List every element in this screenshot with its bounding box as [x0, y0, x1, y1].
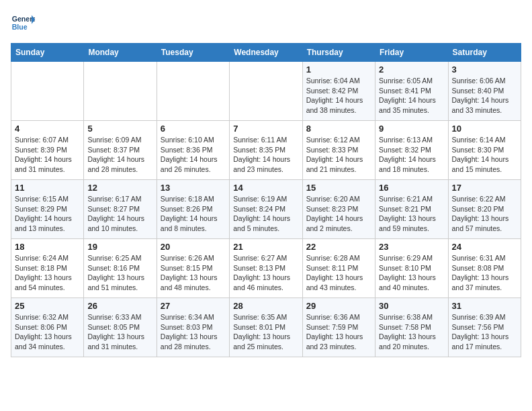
day-number: 11	[15, 183, 80, 193]
calendar-cell: 9Sunrise: 6:13 AM Sunset: 8:32 PM Daylig…	[375, 121, 448, 180]
day-info: Sunrise: 6:38 AM Sunset: 7:58 PM Dayligh…	[379, 312, 444, 352]
calendar-cell: 14Sunrise: 6:19 AM Sunset: 8:24 PM Dayli…	[230, 180, 302, 239]
day-number: 26	[87, 301, 152, 311]
day-number: 3	[452, 64, 517, 75]
calendar-cell: 10Sunrise: 6:14 AM Sunset: 8:30 PM Dayli…	[448, 121, 521, 180]
day-number: 22	[306, 242, 371, 252]
col-header-saturday: Saturday	[448, 44, 521, 62]
day-number: 5	[87, 124, 152, 134]
day-number: 31	[452, 301, 517, 311]
day-info: Sunrise: 6:19 AM Sunset: 8:24 PM Dayligh…	[233, 194, 298, 234]
calendar-week-row: 11Sunrise: 6:15 AM Sunset: 8:29 PM Dayli…	[11, 180, 521, 239]
calendar-cell: 18Sunrise: 6:24 AM Sunset: 8:18 PM Dayli…	[11, 239, 84, 298]
day-number: 17	[452, 183, 517, 193]
day-number: 21	[233, 242, 298, 252]
day-info: Sunrise: 6:27 AM Sunset: 8:13 PM Dayligh…	[233, 253, 298, 293]
col-header-friday: Friday	[375, 44, 448, 62]
day-number: 7	[233, 124, 298, 134]
calendar-cell: 23Sunrise: 6:29 AM Sunset: 8:10 PM Dayli…	[375, 239, 448, 298]
calendar-cell: 17Sunrise: 6:22 AM Sunset: 8:20 PM Dayli…	[448, 180, 521, 239]
day-number: 27	[161, 301, 226, 311]
day-number: 25	[15, 301, 80, 311]
day-number: 6	[161, 124, 226, 134]
day-number: 13	[161, 183, 226, 193]
calendar-cell: 30Sunrise: 6:38 AM Sunset: 7:58 PM Dayli…	[375, 298, 448, 357]
calendar-week-row: 25Sunrise: 6:32 AM Sunset: 8:06 PM Dayli…	[11, 298, 521, 357]
day-number: 4	[15, 124, 80, 134]
day-info: Sunrise: 6:36 AM Sunset: 7:59 PM Dayligh…	[306, 312, 371, 352]
calendar-header-row: SundayMondayTuesdayWednesdayThursdayFrid…	[11, 44, 521, 62]
day-number: 15	[306, 183, 371, 193]
calendar-week-row: 4Sunrise: 6:07 AM Sunset: 8:39 PM Daylig…	[11, 121, 521, 180]
calendar-cell: 25Sunrise: 6:32 AM Sunset: 8:06 PM Dayli…	[11, 298, 84, 357]
col-header-thursday: Thursday	[302, 44, 375, 62]
calendar-week-row: 18Sunrise: 6:24 AM Sunset: 8:18 PM Dayli…	[11, 239, 521, 298]
day-number: 28	[233, 301, 298, 311]
day-info: Sunrise: 6:17 AM Sunset: 8:27 PM Dayligh…	[87, 194, 152, 234]
calendar-cell: 11Sunrise: 6:15 AM Sunset: 8:29 PM Dayli…	[11, 180, 84, 239]
day-number: 30	[379, 301, 444, 311]
calendar-cell: 7Sunrise: 6:11 AM Sunset: 8:35 PM Daylig…	[230, 121, 302, 180]
day-number: 9	[379, 124, 444, 134]
day-info: Sunrise: 6:11 AM Sunset: 8:35 PM Dayligh…	[233, 135, 298, 175]
day-info: Sunrise: 6:09 AM Sunset: 8:37 PM Dayligh…	[87, 135, 152, 175]
calendar-cell: 16Sunrise: 6:21 AM Sunset: 8:21 PM Dayli…	[375, 180, 448, 239]
calendar-cell	[84, 62, 157, 121]
day-number: 2	[379, 64, 444, 75]
day-number: 23	[379, 242, 444, 252]
calendar-cell: 12Sunrise: 6:17 AM Sunset: 8:27 PM Dayli…	[84, 180, 157, 239]
calendar-cell: 27Sunrise: 6:34 AM Sunset: 8:03 PM Dayli…	[157, 298, 229, 357]
day-info: Sunrise: 6:29 AM Sunset: 8:10 PM Dayligh…	[379, 253, 444, 293]
calendar-cell	[157, 62, 229, 121]
day-info: Sunrise: 6:32 AM Sunset: 8:06 PM Dayligh…	[15, 312, 80, 352]
day-info: Sunrise: 6:15 AM Sunset: 8:29 PM Dayligh…	[15, 194, 80, 234]
day-info: Sunrise: 6:35 AM Sunset: 8:01 PM Dayligh…	[233, 312, 298, 352]
calendar-cell: 13Sunrise: 6:18 AM Sunset: 8:26 PM Dayli…	[157, 180, 229, 239]
calendar-cell	[11, 62, 84, 121]
day-info: Sunrise: 6:12 AM Sunset: 8:33 PM Dayligh…	[306, 135, 371, 175]
col-header-wednesday: Wednesday	[230, 44, 302, 62]
day-info: Sunrise: 6:20 AM Sunset: 8:23 PM Dayligh…	[306, 194, 371, 234]
logo: General Blue	[11, 11, 35, 35]
calendar-cell: 3Sunrise: 6:06 AM Sunset: 8:40 PM Daylig…	[448, 62, 521, 121]
day-info: Sunrise: 6:05 AM Sunset: 8:41 PM Dayligh…	[379, 76, 444, 116]
calendar-cell: 22Sunrise: 6:28 AM Sunset: 8:11 PM Dayli…	[302, 239, 375, 298]
day-number: 12	[87, 183, 152, 193]
day-info: Sunrise: 6:18 AM Sunset: 8:26 PM Dayligh…	[161, 194, 226, 234]
calendar-table: SundayMondayTuesdayWednesdayThursdayFrid…	[11, 43, 521, 357]
day-number: 20	[161, 242, 226, 252]
day-info: Sunrise: 6:24 AM Sunset: 8:18 PM Dayligh…	[15, 253, 80, 293]
day-info: Sunrise: 6:14 AM Sunset: 8:30 PM Dayligh…	[452, 135, 517, 175]
calendar-cell: 5Sunrise: 6:09 AM Sunset: 8:37 PM Daylig…	[84, 121, 157, 180]
day-info: Sunrise: 6:10 AM Sunset: 8:36 PM Dayligh…	[161, 135, 226, 175]
calendar-cell: 1Sunrise: 6:04 AM Sunset: 8:42 PM Daylig…	[302, 62, 375, 121]
day-number: 14	[233, 183, 298, 193]
calendar-cell: 4Sunrise: 6:07 AM Sunset: 8:39 PM Daylig…	[11, 121, 84, 180]
calendar-cell: 19Sunrise: 6:25 AM Sunset: 8:16 PM Dayli…	[84, 239, 157, 298]
calendar-cell: 15Sunrise: 6:20 AM Sunset: 8:23 PM Dayli…	[302, 180, 375, 239]
calendar-cell	[230, 62, 302, 121]
day-number: 16	[379, 183, 444, 193]
logo-icon: General Blue	[11, 11, 35, 35]
day-info: Sunrise: 6:28 AM Sunset: 8:11 PM Dayligh…	[306, 253, 371, 293]
day-number: 29	[306, 301, 371, 311]
day-info: Sunrise: 6:22 AM Sunset: 8:20 PM Dayligh…	[452, 194, 517, 234]
day-number: 8	[306, 124, 371, 134]
day-info: Sunrise: 6:04 AM Sunset: 8:42 PM Dayligh…	[306, 76, 371, 116]
calendar-cell: 6Sunrise: 6:10 AM Sunset: 8:36 PM Daylig…	[157, 121, 229, 180]
calendar-cell: 26Sunrise: 6:33 AM Sunset: 8:05 PM Dayli…	[84, 298, 157, 357]
col-header-monday: Monday	[84, 44, 157, 62]
calendar-cell: 31Sunrise: 6:39 AM Sunset: 7:56 PM Dayli…	[448, 298, 521, 357]
col-header-sunday: Sunday	[11, 44, 84, 62]
day-info: Sunrise: 6:21 AM Sunset: 8:21 PM Dayligh…	[379, 194, 444, 234]
day-info: Sunrise: 6:26 AM Sunset: 8:15 PM Dayligh…	[161, 253, 226, 293]
calendar-cell: 8Sunrise: 6:12 AM Sunset: 8:33 PM Daylig…	[302, 121, 375, 180]
calendar-cell: 2Sunrise: 6:05 AM Sunset: 8:41 PM Daylig…	[375, 62, 448, 121]
day-info: Sunrise: 6:31 AM Sunset: 8:08 PM Dayligh…	[452, 253, 517, 293]
calendar-cell: 28Sunrise: 6:35 AM Sunset: 8:01 PM Dayli…	[230, 298, 302, 357]
col-header-tuesday: Tuesday	[157, 44, 229, 62]
day-info: Sunrise: 6:34 AM Sunset: 8:03 PM Dayligh…	[161, 312, 226, 352]
day-info: Sunrise: 6:25 AM Sunset: 8:16 PM Dayligh…	[87, 253, 152, 293]
calendar-cell: 29Sunrise: 6:36 AM Sunset: 7:59 PM Dayli…	[302, 298, 375, 357]
day-number: 18	[15, 242, 80, 252]
